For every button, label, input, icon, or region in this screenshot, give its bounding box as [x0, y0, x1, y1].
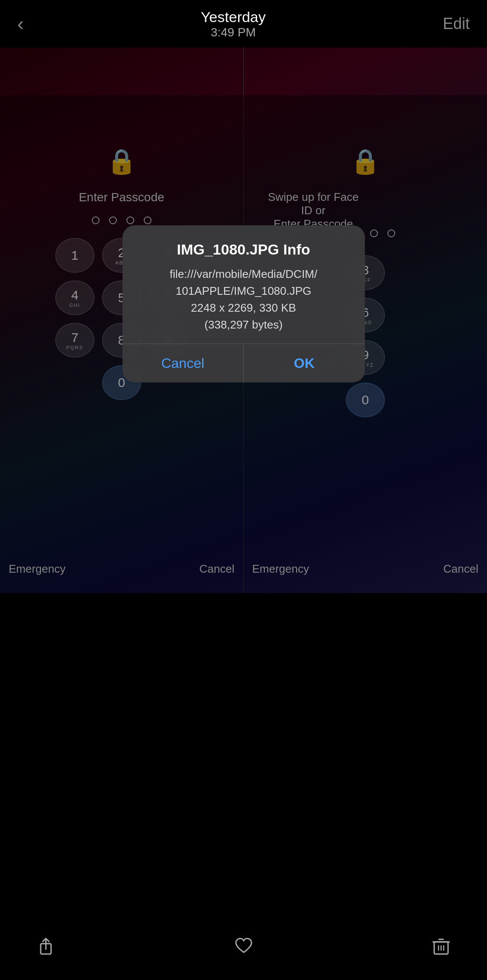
favorite-button[interactable] — [232, 935, 255, 963]
alert-body-line3: 2248 x 2269, 330 KB — [191, 301, 296, 314]
nav-title-block: Yesterday 3:49 PM — [201, 9, 266, 39]
main-image-area: 🔒 Enter Passcode 1 2ABC 3DEF 4GHI 5 6MNO… — [0, 48, 487, 593]
alert-buttons: Cancel OK — [123, 344, 365, 383]
alert-dialog: IMG_1080.JPG Info file:///var/mobile/Med… — [123, 226, 365, 383]
nav-subtitle: 3:49 PM — [201, 26, 266, 39]
alert-cancel-button[interactable]: Cancel — [123, 344, 244, 383]
back-button[interactable]: ‹ — [17, 13, 24, 35]
alert-title: IMG_1080.JPG Info — [135, 241, 352, 258]
nav-title: Yesterday — [201, 9, 266, 26]
share-button[interactable] — [35, 935, 57, 963]
alert-body-line1: file:///var/mobile/Media/DCIM/ — [170, 268, 317, 280]
bottom-toolbar — [0, 935, 487, 963]
nav-bar: ‹ Yesterday 3:49 PM Edit — [0, 0, 487, 48]
bottom-area — [0, 593, 487, 980]
alert-body-line4: (338,297 bytes) — [204, 318, 283, 331]
alert-body-line2: 101APPLE/IMG_1080.JPG — [176, 284, 312, 297]
alert-content: IMG_1080.JPG Info file:///var/mobile/Med… — [123, 226, 365, 344]
alert-body: file:///var/mobile/Media/DCIM/ 101APPLE/… — [135, 266, 352, 333]
delete-button[interactable] — [430, 935, 452, 963]
edit-button[interactable]: Edit — [443, 15, 470, 33]
alert-ok-button[interactable]: OK — [244, 344, 365, 383]
